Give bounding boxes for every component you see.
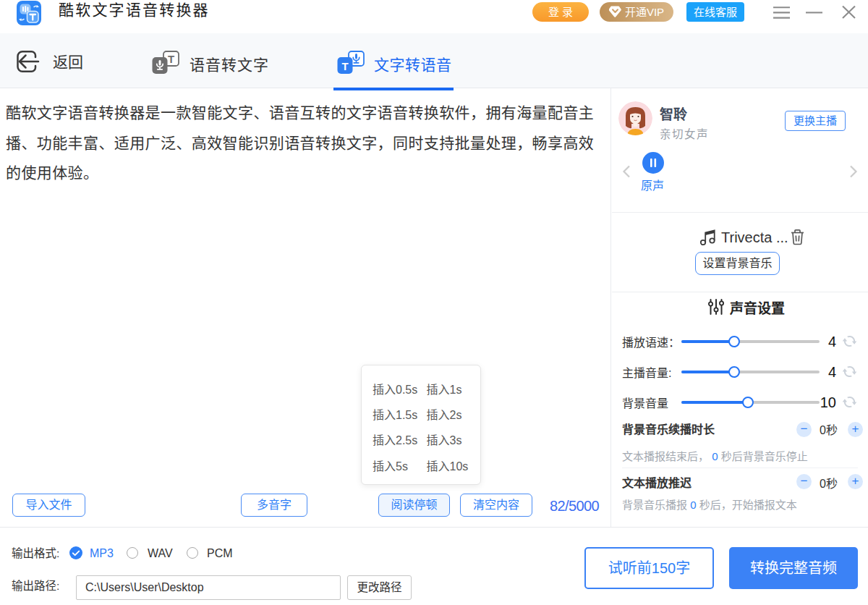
svg-text:T: T	[168, 53, 174, 65]
svg-text:T: T	[341, 60, 348, 72]
